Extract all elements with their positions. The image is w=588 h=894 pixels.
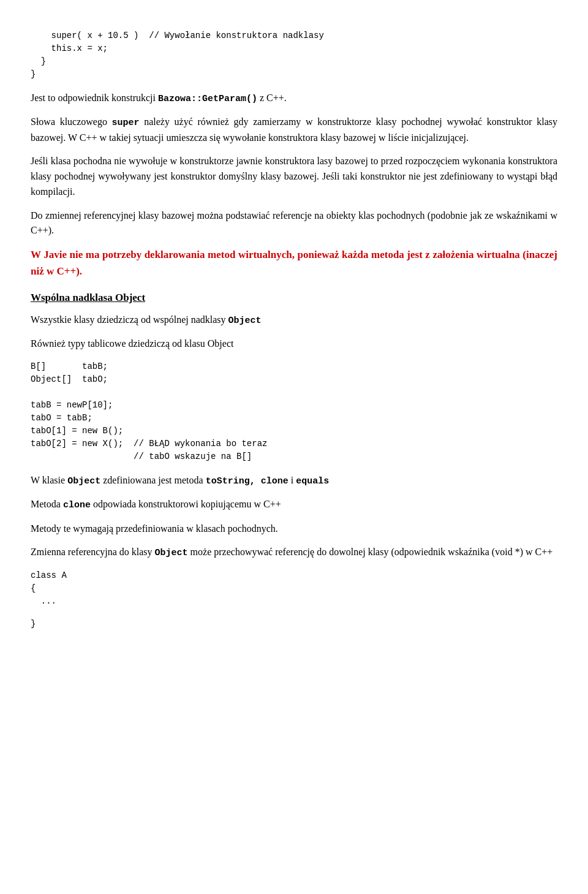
para-7-start: W klasie: [31, 475, 67, 485]
para-10-start: Zmienna referencyjna do klasy: [31, 547, 155, 557]
para-7-mid2: i: [288, 475, 296, 485]
para-7-code3: equals: [296, 476, 329, 487]
paragraph-5: Wszystkie klasy dziedziczą od wspólnej n…: [31, 313, 557, 328]
para-5-start: Wszystkie klasy dziedziczą od wspólnej n…: [31, 314, 228, 325]
para-8-code: clone: [63, 500, 91, 510]
code-block-2: B[] tabB; Object[] tabO; tabB = newP[10]…: [31, 360, 557, 463]
paragraph-1: Jest to odpowiednik konstrukcji Bazowa::…: [31, 91, 557, 106]
bold-red-text: W Javie nie ma potrzeby deklarowania met…: [31, 249, 557, 276]
paragraph-8: Metoda clone odpowiada konstruktorowi ko…: [31, 497, 557, 512]
paragraph-2: Słowa kluczowego super należy użyć równi…: [31, 115, 557, 145]
code-block-1: super( x + 10.5 ) // Wywołanie konstrukt…: [31, 29, 557, 81]
para-5-code: Object: [228, 316, 262, 326]
para-7-mid: zdefiniowana jest metoda: [100, 475, 206, 485]
para-8-start: Metoda: [31, 499, 63, 509]
paragraph-9: Metody te wymagają przedefiniowania w kl…: [31, 521, 557, 537]
para-10-code: Object: [155, 548, 188, 558]
para-2-code: super: [112, 118, 140, 128]
paragraph-3: Jeśli klasa pochodna nie wywołuje w kons…: [31, 154, 557, 199]
paragraph-6: Również typy tablicowe dziedziczą od kla…: [31, 336, 557, 352]
code-block-3-close: }: [31, 618, 557, 631]
para-1-end: z C++.: [257, 93, 287, 103]
para-1-code: Bazowa::GetParam(): [158, 94, 257, 104]
para-10-end: może przechowywać referencję do dowolnej…: [188, 547, 553, 557]
paragraph-4: Do zmiennej referencyjnej klasy bazowej …: [31, 208, 557, 239]
para-1-text: Jest to odpowiednik konstrukcji: [31, 93, 158, 103]
section-heading: Wspólna nadklasa Object: [31, 292, 557, 304]
paragraph-7: W klasie Object zdefiniowana jest metoda…: [31, 473, 557, 488]
para-7-code2: toString, clone: [206, 476, 288, 487]
page-content: super( x + 10.5 ) // Wywołanie konstrukt…: [31, 29, 557, 631]
para-7-code1: Object: [67, 476, 100, 487]
para-2-start: Słowa kluczowego: [31, 116, 112, 127]
bold-red-paragraph: W Javie nie ma potrzeby deklarowania met…: [31, 247, 557, 279]
paragraph-10: Zmienna referencyjna do klasy Object moż…: [31, 545, 557, 560]
para-8-end: odpowiada konstruktorowi kopiującemu w C…: [91, 499, 281, 509]
code-block-3: class A { ...: [31, 569, 557, 608]
